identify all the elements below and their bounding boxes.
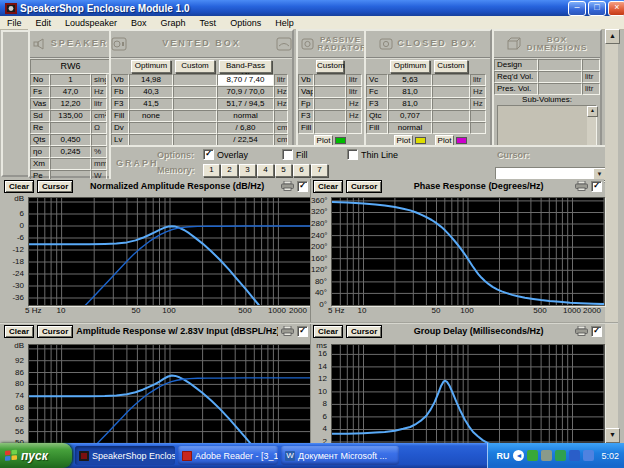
param-value[interactable] [314, 98, 346, 110]
param-value[interactable] [314, 110, 346, 122]
printer-icon[interactable] [575, 326, 588, 336]
custom-value[interactable] [432, 86, 470, 98]
tray-app-icon-4[interactable] [569, 450, 580, 461]
memory-button-5[interactable]: 5 [275, 164, 292, 177]
dimension-value[interactable] [538, 59, 582, 71]
custom-value[interactable] [432, 74, 470, 86]
menu-edit[interactable]: Edit [29, 18, 59, 28]
checkbox-fill[interactable]: Fill [282, 149, 308, 160]
custom-value[interactable] [173, 86, 217, 98]
custom-value[interactable] [173, 110, 217, 122]
param-value[interactable]: 81,0 [388, 98, 432, 110]
param-value[interactable]: 0,245 [50, 146, 91, 158]
driver-model[interactable]: RW6 [30, 59, 111, 74]
custom-value[interactable] [432, 122, 470, 134]
param-value[interactable]: normal [388, 122, 432, 134]
tray-app-icon-3[interactable] [555, 450, 566, 461]
param-value[interactable]: 1 [50, 74, 91, 86]
memory-button-2[interactable]: 2 [221, 164, 238, 177]
menu-file[interactable]: File [0, 18, 29, 28]
task-button-3[interactable]: WДокумент Microsoft ... [281, 446, 399, 465]
custom-value[interactable] [432, 110, 470, 122]
column-button-optimum[interactable]: Optimum [390, 60, 430, 73]
printer-icon[interactable] [281, 326, 294, 336]
param-value[interactable] [50, 158, 91, 170]
cursor-button[interactable]: Cursor [346, 325, 382, 338]
column-button-custom[interactable]: Custom [316, 60, 344, 73]
menu-test[interactable]: Test [193, 18, 224, 28]
column-button-bandpass[interactable]: Band-Pass (4) [219, 60, 272, 73]
chart-visible-checkbox[interactable]: ✓ [591, 181, 602, 192]
column-button-custom[interactable]: Custom [175, 60, 215, 73]
custom-value[interactable] [432, 98, 470, 110]
scroll-up-icon[interactable]: ▲ [587, 106, 598, 117]
column-button-optimum[interactable]: Optimum [131, 60, 171, 73]
printer-icon[interactable] [575, 181, 588, 191]
memory-button-3[interactable]: 3 [239, 164, 256, 177]
clear-button[interactable]: Clear [313, 325, 343, 338]
param-value[interactable]: 135,00 [50, 110, 91, 122]
param-value[interactable] [314, 86, 346, 98]
printer-icon[interactable] [281, 181, 294, 191]
bandpass-value[interactable]: normal [217, 110, 274, 122]
custom-value[interactable] [173, 98, 217, 110]
chart-plot-area[interactable] [331, 197, 605, 306]
chart-visible-checkbox[interactable]: ✓ [297, 326, 308, 337]
bandpass-value[interactable]: 8,70 / 7,40 [217, 74, 274, 86]
minimize-button[interactable]: – [568, 1, 586, 16]
menu-options[interactable]: Options [223, 18, 268, 28]
clear-button[interactable]: Clear [4, 180, 34, 193]
column-button-custom[interactable]: Custom [434, 60, 468, 73]
task-button-1[interactable]: SpeakerShop Enclosu... [75, 446, 175, 465]
cursor-button[interactable]: Cursor [346, 180, 382, 193]
menu-graph[interactable]: Graph [154, 18, 193, 28]
tray-app-icon-1[interactable] [527, 450, 538, 461]
param-value[interactable] [50, 122, 91, 134]
optimum-value[interactable]: none [129, 110, 173, 122]
optimum-value[interactable]: 40,3 [129, 86, 173, 98]
optimum-value[interactable]: 41,5 [129, 98, 173, 110]
cursor-button[interactable]: Cursor [37, 325, 73, 338]
optimum-value[interactable] [129, 122, 173, 134]
checkbox-overlay[interactable]: ✓Overlay [203, 149, 248, 160]
menu-help[interactable]: Help [268, 18, 301, 28]
param-value[interactable]: 47,0 [50, 86, 91, 98]
scroll-down-icon[interactable]: ▼ [605, 428, 620, 443]
cursor-button[interactable]: Cursor [37, 180, 73, 193]
chart-visible-checkbox[interactable]: ✓ [591, 326, 602, 337]
chart-plot-area[interactable] [28, 197, 312, 306]
task-button-2[interactable]: Adobe Reader - [3_1... [178, 446, 278, 465]
menu-box[interactable]: Box [124, 18, 154, 28]
memory-button-7[interactable]: 7 [311, 164, 328, 177]
dimension-value[interactable] [538, 83, 582, 95]
scroll-up-icon[interactable]: ▲ [605, 29, 620, 44]
clear-button[interactable]: Clear [4, 325, 34, 338]
menu-loudspeaker[interactable]: Loudspeaker [58, 18, 124, 28]
param-value[interactable]: 0,707 [388, 110, 432, 122]
param-value[interactable]: 0,450 [50, 134, 91, 146]
dimension-value[interactable] [538, 71, 582, 83]
optimum-value[interactable]: 14,98 [129, 74, 173, 86]
param-value[interactable] [314, 122, 346, 134]
chart-visible-checkbox[interactable]: ✓ [297, 181, 308, 192]
custom-value[interactable] [173, 74, 217, 86]
memory-button-4[interactable]: 4 [257, 164, 274, 177]
checkbox-thin-line[interactable]: Thin Line [347, 149, 398, 160]
close-button[interactable]: × [608, 1, 624, 16]
tray-app-icon-5[interactable] [583, 450, 594, 461]
param-value[interactable] [314, 74, 346, 86]
clear-button[interactable]: Clear [313, 180, 343, 193]
vertical-scrollbar[interactable]: ▲ ▼ [605, 29, 618, 443]
memory-button-1[interactable]: 1 [203, 164, 220, 177]
chevron-icon[interactable]: ◄ [513, 450, 524, 461]
start-button[interactable]: пуск [0, 443, 72, 468]
param-value[interactable]: 12,20 [50, 98, 91, 110]
tray-app-icon-2[interactable] [541, 450, 552, 461]
param-value[interactable]: 81,0 [388, 86, 432, 98]
custom-value[interactable] [173, 122, 217, 134]
param-value[interactable]: 5,63 [388, 74, 432, 86]
maximize-button[interactable]: □ [588, 1, 606, 16]
bandpass-value[interactable]: / 6,80 [217, 122, 274, 134]
memory-button-6[interactable]: 6 [293, 164, 310, 177]
bandpass-value[interactable]: 70,9 / 70,0 [217, 86, 274, 98]
